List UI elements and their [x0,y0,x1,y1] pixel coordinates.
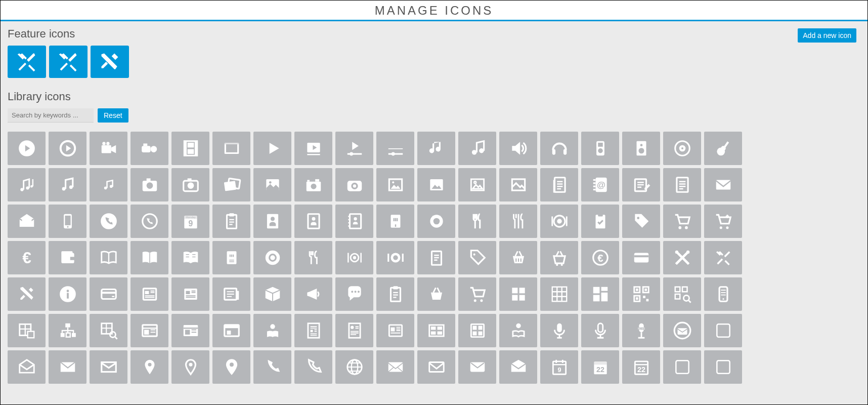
library-icon-tile[interactable] [540,314,578,347]
library-icon-tile[interactable] [253,350,291,384]
library-icon-tile[interactable] [499,350,537,384]
library-icon-tile[interactable] [458,168,496,201]
library-icon-tile[interactable] [90,168,127,201]
library-icon-tile[interactable] [171,350,209,384]
library-icon-tile[interactable] [458,314,496,347]
library-icon-tile[interactable] [294,241,332,274]
library-icon-tile[interactable] [212,350,250,384]
library-icon-tile[interactable] [171,314,209,347]
library-icon-tile[interactable] [581,132,619,165]
library-icon-tile[interactable] [540,241,578,274]
library-icon-tile[interactable] [335,205,373,238]
library-icon-tile[interactable] [499,205,537,238]
library-icon-tile[interactable] [458,132,496,165]
library-icon-tile[interactable] [663,350,701,384]
library-icon-tile[interactable] [8,277,46,311]
library-icon-tile[interactable] [212,277,250,311]
library-icon-tile[interactable] [212,241,250,274]
library-icon-tile[interactable] [335,277,373,311]
library-icon-tile[interactable] [8,350,46,384]
library-icon-tile[interactable] [376,350,414,384]
library-icon-tile[interactable] [49,314,86,347]
library-icon-tile[interactable] [417,205,455,238]
library-icon-tile[interactable] [417,277,455,311]
feature-icon-tile[interactable] [8,46,46,78]
library-icon-tile[interactable] [376,277,414,311]
library-icon-tile[interactable] [417,132,455,165]
library-icon-tile[interactable] [212,314,250,347]
library-icon-tile[interactable] [294,350,332,384]
library-icon-tile[interactable] [131,241,168,274]
library-icon-tile[interactable] [581,314,619,347]
library-icon-tile[interactable] [294,277,332,311]
library-icon-tile[interactable] [253,314,291,347]
library-icon-tile[interactable] [540,350,578,384]
library-icon-tile[interactable] [8,132,46,165]
feature-icon-tile[interactable] [49,46,88,78]
library-icon-tile[interactable] [663,277,701,311]
library-icon-tile[interactable] [458,350,496,384]
library-icon-tile[interactable] [49,132,86,165]
library-icon-tile[interactable] [417,241,455,274]
library-icon-tile[interactable] [540,205,578,238]
library-icon-tile[interactable] [704,350,742,384]
library-icon-tile[interactable] [131,132,168,165]
library-icon-tile[interactable] [49,205,86,238]
library-icon-tile[interactable] [131,350,168,384]
library-icon-tile[interactable] [663,241,701,274]
library-icon-tile[interactable] [540,168,578,201]
library-icon-tile[interactable] [90,314,127,347]
library-icon-tile[interactable] [171,132,209,165]
library-icon-tile[interactable] [663,205,701,238]
library-icon-tile[interactable] [581,241,619,274]
library-icon-tile[interactable] [540,132,578,165]
library-icon-tile[interactable] [704,241,742,274]
library-icon-tile[interactable] [212,168,250,201]
feature-icon-tile[interactable] [91,46,129,78]
library-icon-tile[interactable] [253,241,291,274]
library-icon-tile[interactable] [8,168,46,201]
library-icon-tile[interactable] [622,350,660,384]
library-icon-tile[interactable] [540,277,578,311]
library-icon-tile[interactable] [294,132,332,165]
library-icon-tile[interactable] [294,314,332,347]
library-icon-tile[interactable] [417,168,455,201]
library-icon-tile[interactable] [171,241,209,274]
library-icon-tile[interactable] [131,314,168,347]
library-icon-tile[interactable] [376,314,414,347]
library-icon-tile[interactable] [90,350,127,384]
library-icon-tile[interactable] [131,277,168,311]
reset-button[interactable]: Reset [98,108,128,123]
library-icon-tile[interactable] [581,168,619,201]
library-icon-tile[interactable] [131,205,168,238]
library-icon-tile[interactable] [458,205,496,238]
library-icon-tile[interactable] [581,277,619,311]
library-icon-tile[interactable] [458,241,496,274]
library-icon-tile[interactable] [294,205,332,238]
library-icon-tile[interactable] [376,205,414,238]
library-icon-tile[interactable] [376,132,414,165]
library-icon-tile[interactable] [663,314,701,347]
library-icon-tile[interactable] [704,205,742,238]
library-icon-tile[interactable] [8,314,46,347]
library-icon-tile[interactable] [622,241,660,274]
library-icon-tile[interactable] [622,205,660,238]
library-icon-tile[interactable] [458,277,496,311]
library-icon-tile[interactable] [704,168,742,201]
library-icon-tile[interactable] [499,132,537,165]
library-icon-tile[interactable] [335,132,373,165]
library-icon-tile[interactable] [253,132,291,165]
library-icon-tile[interactable] [49,277,86,311]
library-icon-tile[interactable] [171,168,209,201]
add-icon-button[interactable]: Add a new icon [798,28,856,43]
library-icon-tile[interactable] [622,168,660,201]
library-icon-tile[interactable] [335,314,373,347]
library-icon-tile[interactable] [704,132,742,165]
library-icon-tile[interactable] [8,205,46,238]
library-icon-tile[interactable] [417,314,455,347]
library-icon-tile[interactable] [704,314,742,347]
library-icon-tile[interactable] [294,168,332,201]
library-icon-tile[interactable] [212,205,250,238]
library-icon-tile[interactable] [622,132,660,165]
library-icon-tile[interactable] [335,241,373,274]
